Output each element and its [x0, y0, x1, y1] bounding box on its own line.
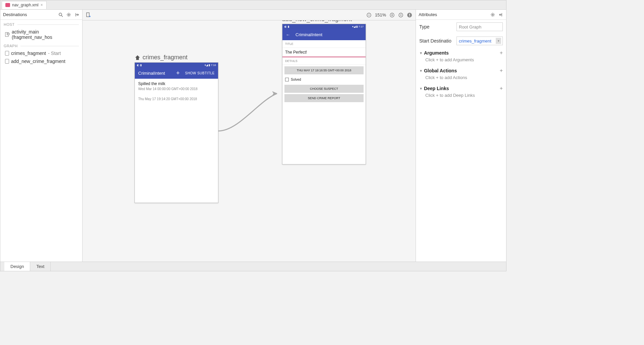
checkbox-icon[interactable] — [285, 78, 289, 81]
zoom-value: 151% — [375, 12, 386, 17]
nav-action-arrow[interactable] — [218, 87, 285, 141]
type-field[interactable] — [457, 22, 503, 31]
fragment-preview-add-new-crime[interactable]: ◐▮ ▾◢▮7:17 ← CriminalIntent TITLE The Pe… — [282, 24, 366, 164]
graph-item-label: crimes_fragment — [11, 51, 46, 56]
svg-point-2 — [68, 14, 69, 15]
fragment-label-crimes: crimes_fragment — [135, 54, 187, 61]
app-title: CriminalIntent — [296, 32, 362, 37]
choose-suspect-button[interactable]: CHOOSE SUSPECT — [284, 85, 364, 93]
warnings-icon[interactable] — [407, 12, 412, 18]
zoom-out-icon[interactable] — [366, 12, 372, 18]
solved-checkbox-row[interactable]: Solved — [282, 76, 366, 83]
add-global-action-button[interactable]: + — [500, 68, 503, 74]
solved-label: Solved — [291, 78, 301, 81]
file-tab[interactable]: nav_graph.xml × — [2, 1, 47, 9]
arguments-hint: Click + to add Arguments — [419, 56, 503, 64]
collapse-icon[interactable] — [498, 12, 503, 17]
global-actions-section-header[interactable]: ▼ Global Actions — [419, 68, 457, 73]
crime-detail: TITLE The Perfect! DETAILS THU MAY 17 19… — [282, 40, 366, 164]
crime-list: Spilled the milk Wed Mar 14 00:00:00 GMT… — [135, 79, 218, 203]
chevron-down-icon: ▼ — [419, 87, 423, 90]
chevron-down-icon: ▼ — [419, 51, 423, 55]
host-item[interactable]: A activity_main (fragment_nav_hos — [0, 28, 82, 41]
new-destination-icon[interactable] — [86, 12, 91, 18]
destinations-panel: Destinations HOST A a — [0, 10, 83, 262]
chevron-down-icon: ▾ — [496, 38, 501, 44]
app-bar: ← CriminalIntent — [282, 29, 366, 40]
arguments-section-header[interactable]: ▼ Arguments — [419, 50, 449, 56]
collapse-icon[interactable] — [74, 12, 79, 17]
nav-canvas[interactable]: crimes_fragment ◐▮ ▾◢▮7:16 CriminalInten… — [83, 20, 416, 262]
fragment-preview-crimes[interactable]: ◐▮ ▾◢▮7:16 CriminalIntent + SHOW SUBTITL… — [135, 62, 218, 203]
host-icon: A — [5, 32, 10, 37]
host-section-label: HOST — [0, 20, 82, 28]
fragment-icon — [5, 59, 9, 64]
svg-point-18 — [492, 14, 493, 15]
close-icon[interactable]: × — [41, 3, 43, 7]
graph-item-label: add_new_crime_fragment — [11, 59, 65, 64]
editor-tabbar: nav_graph.xml × — [0, 0, 506, 10]
app-title: CriminalIntent — [138, 71, 176, 76]
graph-item-add-new-crime[interactable]: add_new_crime_fragment — [0, 57, 82, 65]
start-destination-label: Start Destinatio — [419, 38, 451, 44]
list-item[interactable]: Thu May 17 19:14:20 GMT+00:00 2018 — [135, 93, 218, 104]
date-button[interactable]: THU MAY 17 19:16:55 GMT+00:00 2018 — [284, 66, 364, 74]
add-deep-link-button[interactable]: + — [500, 85, 503, 91]
deep-links-hint: Click + to add Deep Links — [419, 91, 503, 99]
gear-icon[interactable] — [490, 12, 495, 17]
send-report-button[interactable]: SEND CRIME REPORT — [284, 94, 364, 102]
deep-links-section-header[interactable]: ▼ Deep Links — [419, 86, 449, 91]
start-destination-value: crimes_fragment — [459, 39, 491, 44]
zoom-in-icon[interactable] — [389, 12, 395, 18]
svg-rect-16 — [409, 14, 410, 15]
svg-rect-6 — [87, 13, 89, 17]
global-actions-hint: Click + to add Actions — [419, 74, 503, 81]
fragment-icon — [5, 51, 9, 56]
tab-design[interactable]: Design — [4, 262, 30, 271]
crime-title-field[interactable]: The Perfect! — [282, 48, 366, 57]
home-icon — [135, 55, 141, 61]
add-argument-button[interactable]: + — [500, 50, 503, 56]
svg-rect-17 — [409, 16, 410, 16]
graph-item-crimes[interactable]: crimes_fragment - Start — [0, 49, 82, 57]
destinations-title: Destinations — [3, 12, 27, 17]
graph-section-label: GRAPH — [0, 41, 82, 49]
nav-editor-canvas-panel: 151% crimes_fragment ◐▮ — [83, 10, 416, 262]
tab-filename: nav_graph.xml — [12, 3, 39, 7]
status-bar: ◐▮ ▾◢▮7:16 — [135, 63, 218, 67]
section-title-label: TITLE — [282, 40, 366, 48]
svg-line-1 — [61, 15, 63, 17]
tab-text[interactable]: Text — [30, 262, 51, 271]
graph-item-suffix: - Start — [48, 51, 61, 56]
svg-point-0 — [59, 13, 62, 16]
app-bar: CriminalIntent + SHOW SUBTITLE — [135, 67, 218, 79]
attributes-panel: Attributes Type Start Destinatio crimes_ — [416, 10, 506, 262]
add-icon[interactable]: + — [176, 70, 180, 77]
back-icon[interactable]: ← — [286, 32, 290, 37]
chevron-down-icon: ▼ — [419, 69, 423, 73]
host-item-label: activity_main (fragment_nav_hos — [12, 29, 79, 40]
show-subtitle-action[interactable]: SHOW SUBTITLE — [185, 71, 215, 75]
start-destination-select[interactable]: crimes_fragment ▾ — [457, 37, 503, 45]
zoom-reset-icon[interactable] — [398, 12, 404, 18]
fragment-label-add-new-crime: add_new_crime_fragment — [282, 20, 352, 23]
gear-icon[interactable] — [66, 12, 71, 17]
list-item[interactable]: Spilled the milk Wed Mar 14 00:00:00 GMT… — [135, 79, 218, 93]
type-label: Type — [419, 24, 429, 29]
status-bar: ◐▮ ▾◢▮7:17 — [282, 24, 366, 29]
section-details-label: DETAILS — [282, 57, 366, 65]
search-icon[interactable] — [58, 12, 63, 17]
editor-mode-tabs: Design Text — [0, 262, 506, 271]
attributes-title: Attributes — [419, 12, 437, 17]
xml-file-icon — [5, 3, 10, 7]
